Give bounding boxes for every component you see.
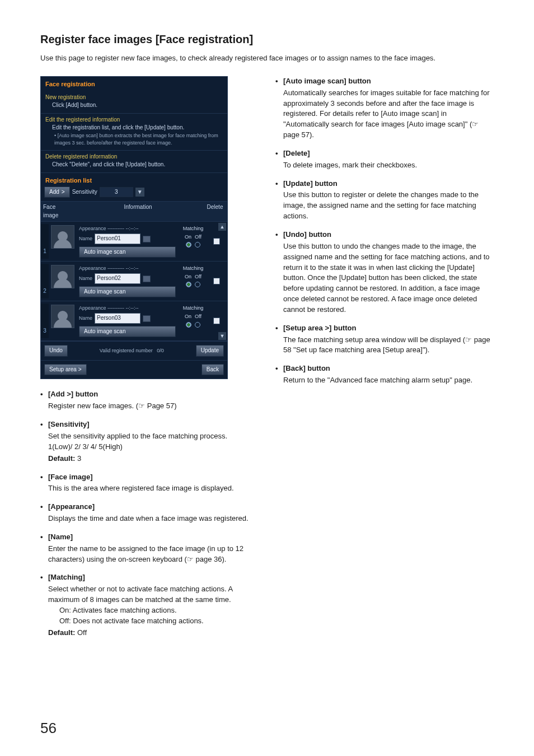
keyboard-icon[interactable]	[143, 315, 151, 322]
undo-button[interactable]: Undo	[44, 345, 68, 357]
matching-label: Matching	[183, 225, 204, 232]
doc-item: [Setup area >] buttonThe face matching s…	[275, 323, 494, 356]
row-index: 1	[41, 224, 49, 259]
face-thumbnail[interactable]	[51, 265, 74, 288]
doc-item-body: Register new face images. (☞ Page 57)	[48, 401, 257, 412]
auto-image-scan-button[interactable]: Auto image scan	[79, 326, 176, 338]
sec2-sub: Edit the registration list, and click th…	[45, 124, 223, 132]
keyboard-icon[interactable]	[143, 276, 151, 282]
delete-column	[208, 264, 225, 298]
doc-item-title: [Delete]	[283, 148, 494, 159]
matching-off-radio[interactable]	[195, 282, 200, 287]
setup-area-button[interactable]: Setup area >	[44, 364, 87, 376]
name-input[interactable]: Person01	[95, 234, 140, 244]
left-column: Face registration New registration Click…	[40, 76, 257, 646]
keyboard-icon[interactable]	[143, 236, 151, 242]
section-edit: Edit the registered information Edit the…	[41, 114, 227, 151]
on-off-radios	[186, 242, 200, 248]
scroll-up-icon[interactable]: ▲	[218, 223, 226, 231]
matching-on-radio[interactable]	[186, 322, 191, 328]
matching-column: MatchingOnOff	[178, 264, 208, 298]
rows-wrap: ▲ 1Appearance ---------- --:--:--NamePer…	[41, 222, 227, 341]
valid-registered-label: Valid registered number	[100, 348, 153, 353]
scroll-down-icon[interactable]: ▼	[218, 332, 226, 340]
name-row: NamePerson01	[79, 234, 176, 244]
doc-item-title: [Matching]	[48, 572, 257, 583]
name-input[interactable]: Person03	[95, 313, 140, 324]
doc-item: [Face image]This is the area where regis…	[40, 472, 257, 494]
columns: Face registration New registration Click…	[40, 76, 494, 646]
on-off-radios	[186, 322, 200, 328]
row-info: Appearance ---------- --:--:--NamePerson…	[77, 264, 178, 298]
doc-item-body: Automatically searches for images suitab…	[283, 88, 494, 141]
face-thumbnail[interactable]	[51, 305, 74, 328]
doc-item: [Delete]To delete images, mark their che…	[275, 148, 494, 171]
doc-item: [Undo] buttonUse this button to undo the…	[275, 230, 494, 315]
doc-item-body: Use this button to undo the changes made…	[283, 241, 494, 315]
right-bullet-list: [Auto image scan] buttonAutomatically se…	[275, 76, 494, 386]
doc-item-title: [Face image]	[48, 472, 257, 483]
valid-registered: Valid registered number 0/0	[100, 347, 164, 354]
section-delete: Delete registered information Check "Del…	[41, 151, 227, 173]
footer-row-2: Setup area > Back	[41, 360, 227, 379]
sensitivity-dropdown-icon[interactable]: ▼	[135, 188, 144, 197]
delete-checkbox[interactable]	[213, 318, 220, 324]
left-bullet-list: [Add >] buttonRegister new face images. …	[40, 389, 257, 638]
matching-off-radio[interactable]	[195, 242, 200, 248]
on-off-labels: OnOff	[185, 234, 202, 241]
doc-item-title: [Name]	[48, 532, 257, 543]
registration-row: 1Appearance ---------- --:--:--NamePerso…	[41, 222, 227, 262]
matching-off-radio[interactable]	[195, 322, 200, 328]
doc-item-body: This is the area where registered face i…	[48, 483, 257, 494]
add-button[interactable]: Add >	[44, 186, 70, 198]
auto-image-scan-button[interactable]: Auto image scan	[79, 286, 176, 298]
name-label: Name	[79, 315, 92, 322]
registration-row: 2Appearance ---------- --:--:--NamePerso…	[41, 262, 227, 301]
sec2-note: • [Auto image scan] button extracts the …	[45, 132, 223, 147]
registration-row: 3Appearance ---------- --:--:--NamePerso…	[41, 301, 227, 341]
name-input[interactable]: Person02	[95, 273, 140, 284]
doc-item-body: Displays the time and date when a face i…	[48, 514, 257, 524]
matching-column: MatchingOnOff	[178, 304, 208, 338]
matching-label: Matching	[183, 265, 204, 272]
matching-on-radio[interactable]	[186, 242, 191, 248]
sensitivity-label: Sensitivity	[72, 188, 97, 197]
delete-checkbox[interactable]	[213, 238, 220, 245]
section-new-registration: New registration Click [Add] button.	[41, 91, 227, 114]
doc-item: [Matching]Select whether or not to activ…	[40, 572, 257, 638]
doc-item: [Back] buttonReturn to the "Advanced fac…	[275, 363, 494, 386]
face-thumbnail[interactable]	[51, 225, 74, 249]
doc-item: [Add >] buttonRegister new face images. …	[40, 389, 257, 412]
sensitivity-value[interactable]: 3	[100, 187, 133, 198]
registration-list-title: Registration list	[41, 173, 227, 186]
sec1-head: New registration	[45, 94, 223, 102]
doc-item-body: To delete images, mark their checkboxes.	[283, 160, 494, 171]
on-label: On	[185, 313, 191, 320]
row-index: 3	[41, 304, 49, 338]
page-title: Register face images [Face registration]	[40, 31, 494, 48]
appearance-field: Appearance ---------- --:--:--	[79, 305, 176, 312]
row-info: Appearance ---------- --:--:--NamePerson…	[77, 304, 178, 338]
appearance-field: Appearance ---------- --:--:--	[79, 265, 176, 272]
doc-item: [Sensitivity]Set the sensitivity applied…	[40, 419, 257, 464]
row-index: 2	[41, 264, 49, 298]
sec3-head: Delete registered information	[45, 153, 223, 161]
delete-checkbox[interactable]	[213, 278, 220, 284]
doc-item-body: The face matching setup area window will…	[283, 335, 494, 356]
sec3-sub: Check "Delete", and click the [Update] b…	[45, 161, 223, 169]
footer-row-1: Undo Valid registered number 0/0 Update	[41, 341, 227, 360]
on-label: On	[185, 234, 191, 241]
matching-on-radio[interactable]	[186, 282, 191, 287]
doc-item-title: [Undo] button	[283, 230, 494, 240]
doc-item-title: [Auto image scan] button	[283, 76, 494, 87]
col-face-image: Face image	[41, 202, 73, 221]
update-button[interactable]: Update	[196, 345, 224, 357]
doc-item-default: Default: 3	[48, 454, 257, 464]
doc-item: [Auto image scan] buttonAutomatically se…	[275, 76, 494, 141]
sec2-head: Edit the registered information	[45, 116, 223, 124]
chevron-right-icon: >	[62, 188, 65, 197]
doc-item: [Appearance]Displays the time and date w…	[40, 502, 257, 524]
auto-image-scan-button[interactable]: Auto image scan	[79, 246, 176, 258]
doc-item-title: [Add >] button	[48, 389, 257, 400]
back-button[interactable]: Back	[202, 364, 224, 376]
